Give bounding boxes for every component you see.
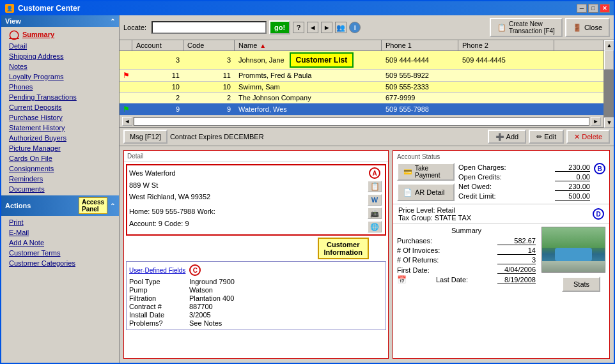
- sidebar-item-add-note[interactable]: Add A Note: [1, 238, 119, 248]
- view-section: View ⌃ ◯ Summary Detail Shipping Address…: [1, 15, 119, 195]
- forward-button[interactable]: ►: [321, 22, 332, 33]
- table-row[interactable]: 3 3 Johnson, Jane Customer List 509 444-…: [120, 51, 603, 70]
- go-button[interactable]: go!: [269, 20, 290, 34]
- pool-type-label: Pool Type: [129, 278, 187, 285]
- last-date-value: 8/19/2008: [497, 276, 536, 284]
- name-column-header[interactable]: Name ▲: [235, 40, 382, 50]
- tax-group: Tax Group: STATE TAX: [398, 214, 471, 222]
- fax-icon-button[interactable]: 📠: [368, 208, 382, 219]
- open-charges-value: 230.00: [555, 163, 590, 172]
- customer-table: Account Code Name ▲ Phone 1 Phone 2: [120, 40, 603, 128]
- invoices-label: # Of Invoices:: [397, 246, 440, 255]
- horizontal-scrollbar[interactable]: ◄ ►: [120, 116, 603, 128]
- table-row-selected[interactable]: ⚑ 9 9 Waterford, Wes 509 555-7988: [120, 103, 603, 116]
- account-status-body: 💳 TakePayment 📄 AR Detail Op: [397, 163, 605, 201]
- sidebar-item-categories[interactable]: Customer Categories: [1, 258, 119, 268]
- sidebar-item-buyers[interactable]: Authorized Buyers: [1, 133, 119, 143]
- ar-detail-button[interactable]: 📄 AR Detail: [397, 183, 455, 201]
- scroll-down-button[interactable]: ▼: [604, 118, 614, 128]
- close-window-button[interactable]: ✕: [600, 4, 610, 13]
- sidebar-item-print[interactable]: Print: [1, 217, 119, 227]
- name-cell: Waterford, Wes: [235, 104, 382, 114]
- locate-input[interactable]: [152, 21, 267, 34]
- word-icon-button[interactable]: W: [368, 194, 382, 206]
- phone2-cell: [458, 74, 554, 77]
- titlebar: 👤 Customer Center ─ □ ✕: [1, 1, 614, 15]
- contract-text: Contract Expires DECEMBER: [170, 133, 264, 140]
- phone1-cell: 509 444-4444: [382, 55, 458, 65]
- customer-home-phone: Home: 509 555-7988 Work:: [129, 206, 366, 218]
- delete-button[interactable]: ✕ Delete: [566, 130, 610, 144]
- actions-section-header[interactable]: Actions AccessPanel ⌃: [1, 195, 119, 216]
- scroll-left-button[interactable]: ◄: [122, 117, 132, 126]
- sidebar-item-summary[interactable]: ◯ Summary: [1, 28, 119, 41]
- customer-address1: 889 W St: [129, 179, 366, 192]
- create-transaction-button[interactable]: 📋 Create NewTransaction [F4]: [490, 18, 563, 37]
- minimize-button[interactable]: ─: [577, 4, 587, 13]
- scroll-up-button[interactable]: ▲: [604, 40, 614, 50]
- code-cell: 9: [183, 104, 235, 114]
- sidebar-item-deposits[interactable]: Current Deposits: [1, 102, 119, 112]
- account-values: Open Charges: 230.00 Open Credits: 0.00 …: [458, 163, 590, 201]
- delete-label: Delete: [582, 133, 602, 140]
- sidebar-item-terms[interactable]: Customer Terms: [1, 248, 119, 258]
- detail-right-panel: Account Status 💳 TakePayment 📄 AR Detail: [393, 150, 610, 359]
- sidebar-item-notes[interactable]: Notes: [1, 61, 119, 72]
- scroll-track[interactable]: [134, 117, 589, 126]
- table-row[interactable]: 2 2 The Johnson Company 677-9999: [120, 93, 603, 103]
- vertical-scrollbar[interactable]: ▲ ▼: [603, 40, 614, 128]
- globe-icon-button[interactable]: 🌐: [368, 221, 382, 232]
- edit-button[interactable]: ✏ Edit: [529, 130, 564, 144]
- table-row[interactable]: ⚑ 11 11 Prommts, Fred & Paula 509 555-89…: [120, 70, 603, 82]
- sidebar-item-consignments[interactable]: Consignments: [1, 163, 119, 174]
- sidebar-item-pending[interactable]: Pending Transactions: [1, 92, 119, 102]
- sidebar-item-purchase[interactable]: Purchase History: [1, 112, 119, 123]
- close-button[interactable]: 🚪 Close: [565, 18, 610, 37]
- help-icon-button[interactable]: ?: [293, 22, 304, 33]
- stats-button[interactable]: Stats: [562, 277, 600, 292]
- table-row[interactable]: 10 10 Swimm, Sam 509 555-2333: [120, 82, 603, 93]
- locate-label: Locate:: [123, 24, 146, 31]
- sidebar-item-documents[interactable]: Documents: [1, 184, 119, 194]
- account-cell: 11: [132, 70, 183, 80]
- take-payment-label: TakePayment: [415, 165, 440, 179]
- view-section-header[interactable]: View ⌃: [1, 15, 119, 27]
- price-tax-section: Price Level: Retail Tax Group: STATE TAX…: [393, 204, 609, 224]
- address-book-icon-button[interactable]: 📋: [368, 181, 382, 192]
- table-header: Account Code Name ▲ Phone 1 Phone 2: [120, 40, 603, 51]
- message-button[interactable]: Msg [F12]: [123, 130, 167, 144]
- name-cell: The Johnson Company: [235, 93, 382, 103]
- phone1-column-header[interactable]: Phone 1: [382, 40, 458, 50]
- phone2-column-header[interactable]: Phone 2: [458, 40, 554, 50]
- sidebar-item-cards[interactable]: Cards On File: [1, 153, 119, 163]
- sidebar-item-loyalty[interactable]: Loyalty Programs: [1, 72, 119, 82]
- sidebar-item-detail[interactable]: Detail: [1, 41, 119, 51]
- phone1-cell: 509 555-8922: [382, 70, 458, 80]
- code-column-header[interactable]: Code: [183, 40, 235, 50]
- net-owed-label: Net Owed:: [458, 183, 492, 191]
- sidebar-item-picture[interactable]: Picture Manager: [1, 143, 119, 153]
- sidebar-item-reminders[interactable]: Reminders: [1, 174, 119, 184]
- add-button[interactable]: ➕ Add: [488, 130, 526, 144]
- scroll-right-button[interactable]: ►: [591, 117, 601, 126]
- people-icon-button[interactable]: 👥: [335, 22, 346, 33]
- back-button[interactable]: ◄: [307, 22, 318, 33]
- scroll-track-v[interactable]: [604, 50, 614, 118]
- sidebar-item-statement[interactable]: Statement History: [1, 123, 119, 133]
- take-payment-button[interactable]: 💳 TakePayment: [397, 163, 455, 181]
- detail-action-icons: A 📋 W 📠 🌐: [366, 167, 383, 232]
- sidebar-item-shipping[interactable]: Shipping Address: [1, 51, 119, 61]
- customer-info-callout-wrapper: CustomerInformation: [124, 238, 369, 259]
- pump-value: Watson: [189, 286, 383, 294]
- sidebar-item-phones[interactable]: Phones: [1, 82, 119, 92]
- account-column-header[interactable]: Account: [132, 40, 183, 50]
- maximize-button[interactable]: □: [588, 4, 598, 13]
- customer-info-text: Wes Waterford 889 W St West Richland, WA…: [129, 167, 366, 232]
- code-cell: 10: [183, 82, 235, 92]
- scroll-thumb[interactable]: [604, 50, 614, 70]
- info-icon-button[interactable]: i: [349, 22, 361, 33]
- sidebar-item-email[interactable]: E-Mail: [1, 227, 119, 238]
- account-cell: 3: [132, 55, 183, 65]
- view-chevron-icon: ⌃: [110, 18, 115, 25]
- sidebar: View ⌃ ◯ Summary Detail Shipping Address…: [1, 15, 120, 363]
